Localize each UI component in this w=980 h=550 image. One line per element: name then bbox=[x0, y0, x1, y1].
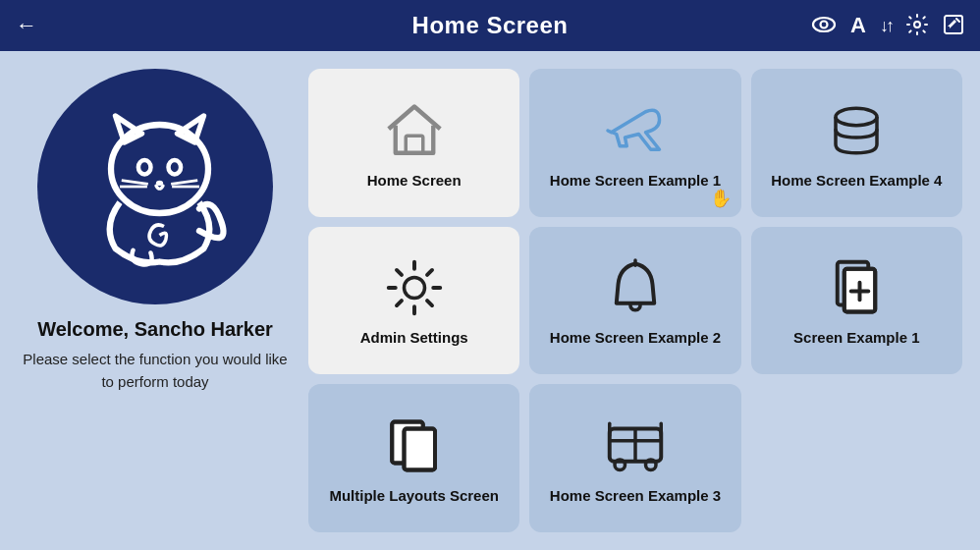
tile-label-home-screen-example-3: Home Screen Example 3 bbox=[550, 486, 721, 506]
tile-home-screen-example-3[interactable]: Home Screen Example 3 bbox=[529, 384, 740, 532]
hand-cursor-icon: ✋ bbox=[710, 188, 732, 209]
tile-label-screen-example-1: Screen Example 1 bbox=[793, 328, 919, 348]
house-icon bbox=[380, 96, 449, 165]
tile-label-home-screen-example-2: Home Screen Example 2 bbox=[550, 328, 721, 348]
bell-icon bbox=[601, 253, 670, 322]
cat-logo bbox=[67, 98, 244, 275]
svg-point-1 bbox=[821, 21, 828, 28]
tile-label-admin-settings: Admin Settings bbox=[360, 328, 468, 348]
svg-line-10 bbox=[171, 181, 197, 185]
addfile-icon bbox=[822, 253, 891, 322]
font-icon[interactable]: A bbox=[850, 15, 866, 36]
svg-point-14 bbox=[404, 278, 424, 299]
eye-icon[interactable] bbox=[811, 14, 837, 38]
edit-icon[interactable] bbox=[943, 14, 964, 38]
svg-point-29 bbox=[645, 460, 656, 470]
tile-multiple-layouts[interactable]: Multiple Layouts Screen bbox=[308, 384, 519, 532]
page-title: Home Screen bbox=[412, 12, 569, 39]
tile-home-screen[interactable]: Home Screen bbox=[308, 69, 519, 217]
tile-grid: Home Screen Home Screen Example 1✋ Home … bbox=[308, 69, 962, 532]
svg-point-2 bbox=[914, 22, 920, 28]
svg-point-0 bbox=[813, 18, 835, 31]
settings-icon[interactable] bbox=[905, 13, 929, 39]
tile-home-screen-example-2[interactable]: Home Screen Example 2 bbox=[529, 227, 740, 375]
svg-rect-23 bbox=[404, 428, 435, 469]
welcome-name: Welcome, Sancho Harker bbox=[18, 318, 293, 341]
app-header: ← Home Screen A ↓↑ bbox=[0, 0, 980, 51]
svg-point-28 bbox=[615, 460, 626, 470]
tile-admin-settings[interactable]: Admin Settings bbox=[308, 227, 519, 375]
tile-home-screen-example-4[interactable]: Home Screen Example 4 bbox=[751, 69, 962, 217]
bus-icon bbox=[601, 412, 670, 480]
left-panel: Welcome, Sancho Harker Please select the… bbox=[18, 69, 293, 532]
tile-screen-example-1[interactable]: Screen Example 1 bbox=[751, 227, 962, 375]
svg-point-5 bbox=[138, 160, 151, 174]
tile-label-home-screen-example-4: Home Screen Example 4 bbox=[771, 171, 942, 191]
svg-rect-12 bbox=[406, 136, 423, 153]
welcome-section: Welcome, Sancho Harker Please select the… bbox=[18, 318, 293, 393]
welcome-message: Please select the function you would lik… bbox=[18, 349, 293, 393]
tile-label-home-screen-example-1: Home Screen Example 1 bbox=[550, 171, 721, 191]
back-button[interactable]: ← bbox=[16, 15, 37, 36]
main-content: Welcome, Sancho Harker Please select the… bbox=[0, 51, 980, 550]
layers-icon bbox=[380, 412, 449, 480]
tile-label-multiple-layouts: Multiple Layouts Screen bbox=[329, 486, 499, 506]
svg-line-8 bbox=[122, 181, 148, 185]
database-icon bbox=[822, 96, 891, 165]
plane-icon bbox=[601, 96, 670, 165]
avatar bbox=[37, 69, 273, 304]
tile-home-screen-example-1[interactable]: Home Screen Example 1✋ bbox=[529, 69, 740, 217]
header-actions: A ↓↑ bbox=[811, 13, 964, 39]
tile-label-home-screen: Home Screen bbox=[367, 171, 462, 191]
svg-point-6 bbox=[169, 160, 182, 174]
gear-icon bbox=[380, 253, 449, 322]
svg-point-13 bbox=[836, 108, 877, 126]
svg-point-4 bbox=[111, 125, 208, 213]
sort-icon[interactable]: ↓↑ bbox=[880, 17, 892, 34]
